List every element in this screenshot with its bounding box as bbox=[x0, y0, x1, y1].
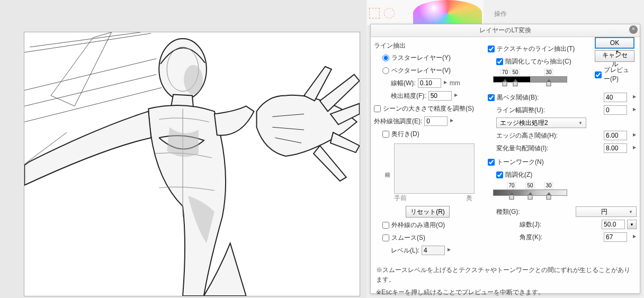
color-wheel[interactable] bbox=[413, 0, 482, 26]
texture-line-label: テクスチャのライン抽出(T) bbox=[497, 44, 575, 53]
posterize-checkbox[interactable] bbox=[496, 171, 503, 178]
grad1-val3: 30 bbox=[544, 69, 553, 76]
gradient2-handles bbox=[493, 196, 567, 201]
line-width-adj-label: ライン幅調整(U): bbox=[496, 106, 545, 115]
operations-label: 操作 bbox=[494, 10, 507, 19]
outline-strength-input[interactable] bbox=[424, 116, 448, 126]
depth-back-label: 奥 bbox=[466, 194, 472, 203]
tonework-label: トーンワーク(N) bbox=[497, 158, 544, 167]
scene-scale-checkbox[interactable] bbox=[374, 105, 381, 112]
grad2-handle-3[interactable] bbox=[547, 195, 551, 200]
black-beta-checkbox[interactable] bbox=[488, 94, 495, 101]
black-beta-stepper[interactable]: ▶ bbox=[632, 95, 637, 100]
grad1-handle-2[interactable] bbox=[513, 82, 518, 86]
cancel-button[interactable]: キャンセル bbox=[595, 50, 634, 62]
gradient1-handles bbox=[493, 83, 567, 88]
type-select[interactable]: 円 ▼ bbox=[576, 206, 637, 217]
posterize-extract-label: 階調化してから抽出(C) bbox=[505, 57, 571, 66]
outline-strength-stepper[interactable]: ▶ bbox=[450, 119, 454, 124]
ok-button[interactable]: OK bbox=[595, 37, 634, 49]
lines-label: 線数(J): bbox=[520, 220, 541, 229]
chevron-down-icon: ▼ bbox=[629, 210, 633, 214]
line-extract-group-label: ライン抽出 bbox=[374, 41, 481, 50]
left-column: ライン抽出 ラスターレイヤー(Y) ベクターレイヤー(V) 線幅(W): ▶ m… bbox=[371, 37, 485, 262]
outline-only-label: 外枠線のみ適用(O) bbox=[391, 221, 445, 230]
canvas-area bbox=[0, 0, 366, 298]
outline-strength-label: 外枠線強調度(E): bbox=[374, 117, 422, 126]
grad2-val3: 30 bbox=[544, 182, 553, 189]
canvas[interactable] bbox=[24, 32, 360, 296]
edge-height-label: エッジの高さ閾値(H): bbox=[496, 131, 558, 140]
texture-line-checkbox[interactable] bbox=[488, 46, 495, 52]
vector-layer-radio[interactable] bbox=[382, 67, 389, 74]
angle-stepper[interactable]: ▶ bbox=[632, 234, 637, 240]
footnote-1: ※スムースレベルを上げるとテクスチャやトーンワークとの間にずれが生じることがあり… bbox=[376, 265, 634, 284]
depth-label: 奥行き(D) bbox=[391, 130, 419, 139]
gradient-threshold-label: 変化量勾配閾値(I): bbox=[496, 144, 549, 153]
reset-button[interactable]: リセット(R) bbox=[406, 206, 450, 218]
dialog-title-bar: レイヤーのLT変換 × bbox=[371, 24, 640, 37]
line-width-unit: mm bbox=[450, 79, 460, 87]
precision-label: 検出精度(F): bbox=[391, 92, 426, 101]
level-input[interactable] bbox=[422, 246, 445, 255]
line-width-label: 線幅(W): bbox=[391, 79, 416, 88]
preview-checkbox[interactable] bbox=[595, 71, 602, 78]
edge-detect-value: エッジ検出処理2 bbox=[500, 119, 548, 128]
grad2-handle-2[interactable] bbox=[528, 195, 533, 200]
gradient-threshold-input[interactable] bbox=[604, 143, 627, 153]
line-width-input[interactable] bbox=[418, 78, 441, 88]
angle-label: 角度(K): bbox=[520, 233, 542, 242]
level-label: レベル(L): bbox=[391, 246, 419, 255]
scene-scale-label: シーンの大きさで精度を調整(S) bbox=[383, 104, 474, 113]
posterize-extract-checkbox[interactable] bbox=[496, 58, 503, 65]
edge-detect-select[interactable]: エッジ検出処理2 ▼ bbox=[496, 118, 586, 128]
vector-layer-label: ベクターレイヤー(V) bbox=[391, 66, 451, 75]
smooth-checkbox[interactable] bbox=[382, 234, 389, 241]
outline-only-checkbox[interactable] bbox=[382, 222, 389, 229]
smooth-label: スムース(S) bbox=[391, 233, 425, 242]
precision-input[interactable] bbox=[428, 91, 452, 101]
level-stepper[interactable]: ▶ bbox=[447, 248, 451, 253]
dialog-title-text: レイヤーのLT変換 bbox=[479, 26, 531, 34]
grad2-val2: 50 bbox=[525, 182, 534, 189]
line-width-stepper[interactable]: ▶ bbox=[443, 80, 448, 86]
grad1-val1: 70 bbox=[500, 69, 509, 76]
depth-graph[interactable] bbox=[394, 143, 475, 194]
depth-front-label: 手前 bbox=[394, 194, 407, 203]
edge-height-stepper[interactable]: ▶ bbox=[632, 133, 637, 138]
black-beta-input[interactable] bbox=[604, 93, 627, 102]
raster-layer-label: ラスターレイヤー(Y) bbox=[391, 53, 451, 62]
grad1-handle-1[interactable] bbox=[503, 82, 507, 86]
lines-dropdown[interactable]: ▼ bbox=[627, 220, 637, 229]
canvas-artwork bbox=[24, 32, 360, 296]
lines-input[interactable] bbox=[602, 220, 625, 229]
footer-notes: ※スムースレベルを上げるとテクスチャやトーンワークとの間にずれが生じることがあり… bbox=[371, 262, 640, 298]
posterize-label: 階調化(Z) bbox=[505, 170, 532, 179]
right-column: OK キャンセル プレビュー(P) テクスチャのライン抽出(T) 階調化してから… bbox=[485, 37, 640, 262]
angle-input[interactable] bbox=[604, 232, 627, 242]
tonework-checkbox[interactable] bbox=[488, 159, 495, 166]
raster-layer-radio[interactable] bbox=[382, 55, 389, 61]
preview-label: プレビュー(P) bbox=[604, 66, 634, 84]
close-icon[interactable]: × bbox=[629, 25, 638, 34]
grad2-handle-1[interactable] bbox=[509, 195, 514, 200]
black-beta-label: 黒ベタ閾値(B): bbox=[497, 93, 539, 102]
marquee-tool-icon[interactable] bbox=[369, 8, 380, 19]
ellipse-tool-icon[interactable] bbox=[384, 8, 395, 19]
type-label: 種類(G): bbox=[496, 207, 520, 216]
grad2-val1: 70 bbox=[507, 182, 516, 189]
grad1-handle-3[interactable] bbox=[547, 82, 551, 86]
svg-point-3 bbox=[184, 65, 203, 95]
footnote-2: ※Escキーを押し続けることでプレビューを中断できます。 bbox=[376, 287, 634, 297]
edge-height-input[interactable] bbox=[604, 131, 627, 140]
precision-stepper[interactable]: ▶ bbox=[454, 93, 458, 98]
grad1-val2: 50 bbox=[511, 69, 520, 76]
line-width-adj-stepper[interactable]: ▶ bbox=[632, 107, 637, 113]
lt-convert-dialog: レイヤーのLT変換 × ライン抽出 ラスターレイヤー(Y) ベクターレイヤー(V… bbox=[370, 24, 640, 294]
chevron-down-icon: ▼ bbox=[578, 121, 583, 125]
gradient-threshold-stepper[interactable]: ▶ bbox=[632, 146, 637, 151]
line-width-adj-input[interactable] bbox=[604, 105, 627, 115]
depth-checkbox[interactable] bbox=[382, 131, 389, 138]
type-value: 円 bbox=[601, 207, 607, 216]
